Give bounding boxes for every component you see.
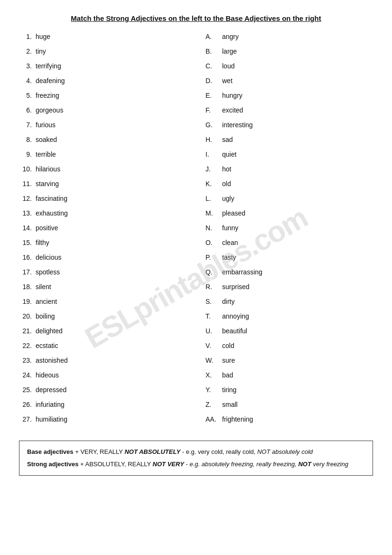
item-word: bad <box>222 370 373 380</box>
list-item: L. ugly <box>205 194 373 204</box>
item-letter: AA. <box>205 414 222 424</box>
list-item: J. hot <box>205 164 373 174</box>
item-number: 17. <box>19 267 36 277</box>
item-number: 19. <box>19 297 36 307</box>
item-letter: Y. <box>205 385 222 395</box>
item-word: excited <box>222 105 373 115</box>
list-item: 1. huge <box>19 32 187 42</box>
item-number: 27. <box>19 414 36 424</box>
item-word: angry <box>222 32 373 42</box>
list-item: 3. terrifying <box>19 61 187 71</box>
item-word: sad <box>222 135 373 145</box>
item-number: 8. <box>19 135 36 145</box>
list-item: 13. exhausting <box>19 208 187 218</box>
item-letter: E. <box>205 91 222 101</box>
item-word: filthy <box>36 238 187 248</box>
footer-line1: Base adjectives + VERY, REALLY NOT ABSOL… <box>27 447 365 457</box>
list-item: I. quiet <box>205 150 373 160</box>
item-word: soaked <box>36 135 187 145</box>
item-number: 18. <box>19 282 36 292</box>
item-word: gorgeous <box>36 105 187 115</box>
list-item: 15. filthy <box>19 238 187 248</box>
list-item: 5. freezing <box>19 91 187 101</box>
item-number: 12. <box>19 194 36 204</box>
item-word: pleased <box>222 208 373 218</box>
item-word: ecstatic <box>36 341 187 351</box>
list-item: T. annoying <box>205 311 373 321</box>
item-letter: T. <box>205 311 222 321</box>
item-letter: X. <box>205 370 222 380</box>
list-item: 25. depressed <box>19 385 187 395</box>
item-number: 11. <box>19 179 36 189</box>
item-word: silent <box>36 282 187 292</box>
list-item: 18. silent <box>19 282 187 292</box>
list-item: 14. positive <box>19 223 187 233</box>
item-word: terrifying <box>36 61 187 71</box>
item-word: starving <box>36 179 187 189</box>
item-word: deafening <box>36 76 187 86</box>
item-word: spotless <box>36 267 187 277</box>
list-item: S. dirty <box>205 297 373 307</box>
item-letter: H. <box>205 135 222 145</box>
item-word: astonished <box>36 356 187 366</box>
item-letter: A. <box>205 32 222 42</box>
item-letter: M. <box>205 208 222 218</box>
item-word: cold <box>222 341 373 351</box>
footer-base-example: NOT absolutely cold <box>257 448 313 455</box>
item-letter: I. <box>205 150 222 160</box>
list-item: 2. tiny <box>19 47 187 56</box>
item-word: terrible <box>36 150 187 160</box>
item-number: 5. <box>19 91 36 101</box>
item-number: 9. <box>19 150 36 160</box>
item-number: 21. <box>19 326 36 336</box>
item-number: 20. <box>19 311 36 321</box>
item-word: furious <box>36 120 187 130</box>
item-word: freezing <box>36 91 187 101</box>
item-word: large <box>222 47 373 56</box>
list-item: O. clean <box>205 238 373 248</box>
list-item: G. interesting <box>205 120 373 130</box>
list-item: D. wet <box>205 76 373 86</box>
item-letter: O. <box>205 238 222 248</box>
item-word: hilarious <box>36 164 187 174</box>
item-word: exhausting <box>36 208 187 218</box>
list-item: B. large <box>205 47 373 56</box>
item-word: hot <box>222 164 373 174</box>
item-word: funny <box>222 223 373 233</box>
item-word: hungry <box>222 91 373 101</box>
item-number: 7. <box>19 120 36 130</box>
list-item: 4. deafening <box>19 76 187 86</box>
list-item: 26. infuriating <box>19 400 187 410</box>
list-item: N. funny <box>205 223 373 233</box>
footer-strong-example: e.g. absolutely freezing, really freezin… <box>189 461 348 468</box>
item-word: interesting <box>222 120 373 130</box>
item-letter: N. <box>205 223 222 233</box>
list-item: 9. terrible <box>19 150 187 160</box>
item-number: 23. <box>19 356 36 366</box>
item-number: 24. <box>19 370 36 380</box>
footer-base-text2: - e.g. very cold, really cold, <box>182 448 257 455</box>
item-number: 22. <box>19 341 36 351</box>
list-item: R. surprised <box>205 282 373 292</box>
footer-box: Base adjectives + VERY, REALLY NOT ABSOL… <box>19 441 373 476</box>
item-letter: P. <box>205 253 222 263</box>
item-letter: J. <box>205 164 222 174</box>
item-letter: U. <box>205 326 222 336</box>
list-item: H. sad <box>205 135 373 145</box>
item-number: 26. <box>19 400 36 410</box>
item-word: depressed <box>36 385 187 395</box>
list-item: V. cold <box>205 341 373 351</box>
right-column: A. angry B. large C. loud D. wet E. hung… <box>196 32 373 429</box>
left-column: 1. huge 2. tiny 3. terrifying 4. deafeni… <box>19 32 196 429</box>
item-letter: G. <box>205 120 222 130</box>
item-number: 4. <box>19 76 36 86</box>
item-word: ugly <box>222 194 373 204</box>
item-number: 15. <box>19 238 36 248</box>
item-word: annoying <box>222 311 373 321</box>
item-word: sure <box>222 356 373 366</box>
item-word: surprised <box>222 282 373 292</box>
footer-strong-label: Strong adjectives <box>27 461 78 468</box>
list-item: W. sure <box>205 356 373 366</box>
list-item: AA. frightening <box>205 414 373 424</box>
item-letter: W. <box>205 356 222 366</box>
